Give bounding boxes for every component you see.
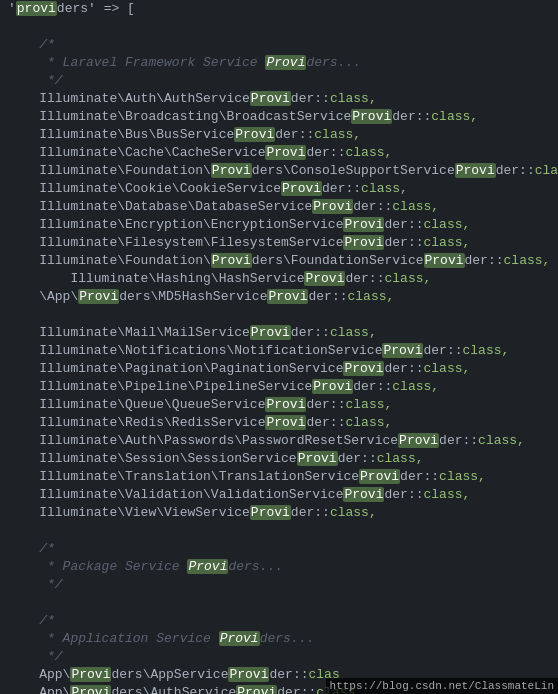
code-line: Illuminate\Redis\RedisServiceProvider::c… [0,414,558,432]
code-line: * Laravel Framework Service Providers... [0,54,558,72]
code-line: * Application Service Providers... [0,630,558,648]
code-line: Illuminate\Cookie\CookieServiceProvider:… [0,180,558,198]
code-line: Illuminate\Validation\ValidationServiceP… [0,486,558,504]
code-line: Illuminate\Translation\TranslationServic… [0,468,558,486]
code-line: 'providers' => [ [0,0,558,18]
code-line [0,594,558,612]
code-line: */ [0,648,558,666]
code-line: /* [0,36,558,54]
code-line: Illuminate\Broadcasting\BroadcastService… [0,108,558,126]
code-line: Illuminate\Encryption\EncryptionServiceP… [0,216,558,234]
code-line: /* [0,540,558,558]
code-line: Illuminate\Filesystem\FilesystemServiceP… [0,234,558,252]
code-line: * Package Service Providers... [0,558,558,576]
code-line: Illuminate\Queue\QueueServiceProvider::c… [0,396,558,414]
code-line: Illuminate\Mail\MailServiceProvider::cla… [0,324,558,342]
code-line [0,306,558,324]
code-line [0,522,558,540]
code-line: Illuminate\Bus\BusServiceProvider::class… [0,126,558,144]
code-line: \App\Providers\MD5HashServiceProvider::c… [0,288,558,306]
url-bar: https://blog.csdn.net/ClassmateLin [326,678,558,694]
code-line: Illuminate\Foundation\Providers\ConsoleS… [0,162,558,180]
code-line: */ [0,576,558,594]
code-line: Illuminate\Pipeline\PipelineServiceProvi… [0,378,558,396]
code-line: Illuminate\Auth\AuthServiceProvider::cla… [0,90,558,108]
code-line: Illuminate\Pagination\PaginationServiceP… [0,360,558,378]
code-line: Illuminate\Auth\Passwords\PasswordResetS… [0,432,558,450]
code-line: Illuminate\Cache\CacheServiceProvider::c… [0,144,558,162]
code-line [0,18,558,36]
code-line: Illuminate\Session\SessionServiceProvide… [0,450,558,468]
code-line: Illuminate\Hashing\HashServiceProvider::… [0,270,558,288]
code-line: */ [0,72,558,90]
code-editor: 'providers' => [ /* * Laravel Framework … [0,0,558,694]
code-line: /* [0,612,558,630]
code-line: Illuminate\Database\DatabaseServiceProvi… [0,198,558,216]
code-line: Illuminate\Foundation\Providers\Foundati… [0,252,558,270]
code-line: Illuminate\Notifications\NotificationSer… [0,342,558,360]
code-line: Illuminate\View\ViewServiceProvider::cla… [0,504,558,522]
